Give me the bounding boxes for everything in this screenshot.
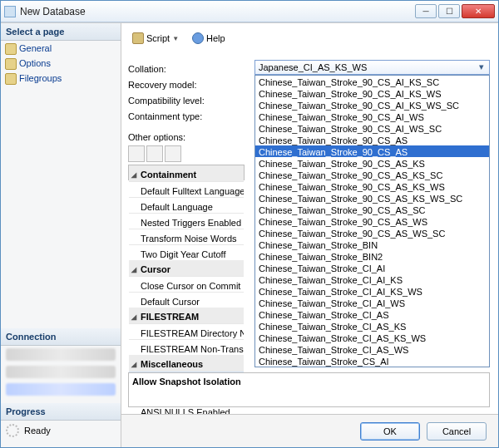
dropdown-item[interactable]: Chinese_Taiwan_Stroke_90_CS_AI_WS xyxy=(255,111,489,122)
sidebar-item-options[interactable]: Options xyxy=(1,56,121,71)
dropdown-item[interactable]: Chinese_Taiwan_Stroke_CS_AI xyxy=(255,355,489,367)
dropdown-item[interactable]: Chinese_Taiwan_Stroke_90_CS_AS_KS_WS_SC xyxy=(255,192,489,204)
collation-label: Collation: xyxy=(128,62,245,77)
grid-toolbar xyxy=(128,145,245,161)
ok-button[interactable]: OK xyxy=(360,422,420,441)
description-title: Allow Snapshot Isolation xyxy=(132,377,486,386)
maximize-button[interactable]: ☐ xyxy=(438,4,460,18)
dropdown-item[interactable]: Chinese_Taiwan_Stroke_90_CS_AS_KS_WS xyxy=(255,180,489,192)
categorize-button[interactable] xyxy=(128,145,145,162)
titlebar[interactable]: New Database ─ ☐ ✕ xyxy=(1,1,498,22)
window-icon xyxy=(4,6,16,17)
dropdown-item[interactable]: Chinese_Taiwan_Stroke_CI_AS_KS_WS xyxy=(255,332,489,343)
connection-header: Connection xyxy=(1,328,121,346)
dropdown-item[interactable]: Chinese_Taiwan_Stroke_CS_AI_KS xyxy=(255,367,489,367)
dropdown-item[interactable]: Chinese_Taiwan_Stroke_90_CS_AS_WS_SC xyxy=(255,227,489,239)
dropdown-item[interactable]: Chinese_Taiwan_Stroke_90_CS_AS xyxy=(255,145,489,157)
dropdown-item[interactable]: Chinese_Taiwan_Stroke_BIN xyxy=(255,239,489,250)
collation-value: Japanese_CI_AS_KS_WS xyxy=(259,62,367,72)
connection-user-blur xyxy=(6,366,116,378)
dropdown-item[interactable]: Chinese_Taiwan_Stroke_CI_AI_WS xyxy=(255,297,489,308)
grid-cat-cursor[interactable]: Cursor xyxy=(129,260,244,276)
dropdown-item[interactable]: Chinese_Taiwan_Stroke_CI_AI xyxy=(255,262,489,273)
grid-row[interactable]: Two Digit Year Cutoff xyxy=(129,244,244,260)
dropdown-item[interactable]: Chinese_Taiwan_Stroke_CI_AS_KS xyxy=(255,320,489,332)
cancel-button[interactable]: Cancel xyxy=(427,422,487,441)
dropdown-item[interactable]: Chinese_Taiwan_Stroke_CI_AI_KS xyxy=(255,273,489,285)
compat-label: Compatibility level: xyxy=(128,93,245,109)
grid-row[interactable]: Default Cursor xyxy=(129,292,244,308)
dropdown-item[interactable]: Chinese_Taiwan_Stroke_90_CS_AI_KS_SC xyxy=(255,76,489,87)
main-panel: Script ▼ Help Collation: Recovery model:… xyxy=(121,23,498,447)
dropdown-item[interactable]: Chinese_Taiwan_Stroke_90_CS_AS_KS xyxy=(255,157,489,169)
grid-row[interactable]: FILESTREAM Non-Transacted Acc xyxy=(129,339,244,355)
progress-spinner-icon xyxy=(6,424,19,437)
sidebar: Select a page General Options Filegroups… xyxy=(1,23,121,447)
collation-combobox[interactable]: Japanese_CI_AS_KS_WS xyxy=(254,60,490,75)
grid-view-button[interactable] xyxy=(165,145,181,162)
dialog-footer: OK Cancel xyxy=(121,414,498,447)
script-icon xyxy=(132,32,144,44)
dropdown-item[interactable]: Chinese_Taiwan_Stroke_90_CS_AI_KS_WS xyxy=(255,87,489,99)
grid-row[interactable]: Default Fulltext Language LCID xyxy=(129,181,244,197)
dropdown-item[interactable]: Chinese_Taiwan_Stroke_BIN2 xyxy=(255,250,489,262)
dropdown-item[interactable]: Chinese_Taiwan_Stroke_90_CS_AS_SC xyxy=(255,204,489,215)
sort-button[interactable] xyxy=(146,145,163,162)
grid-row[interactable]: Close Cursor on Commit Enabled xyxy=(129,276,244,292)
grid-cat-containment[interactable]: Containment xyxy=(129,165,244,181)
new-database-dialog: New Database ─ ☐ ✕ Select a page General… xyxy=(0,0,499,448)
connection-server-blur xyxy=(6,348,116,361)
script-button[interactable]: Script ▼ xyxy=(128,30,183,47)
close-button[interactable]: ✕ xyxy=(462,4,495,18)
collation-dropdown-list[interactable]: Chinese_Taiwan_Stroke_90_CS_AI_KS_SCChin… xyxy=(254,75,490,367)
dropdown-item[interactable]: Chinese_Taiwan_Stroke_CI_AS_WS xyxy=(255,343,489,355)
property-description: Allow Snapshot Isolation xyxy=(128,372,490,407)
grid-row[interactable]: FILESTREAM Directory Name xyxy=(129,323,244,339)
dropdown-item[interactable]: Chinese_Taiwan_Stroke_90_CS_AI_WS_SC xyxy=(255,122,489,134)
minimize-button[interactable]: ─ xyxy=(415,4,437,18)
dropdown-item[interactable]: Chinese_Taiwan_Stroke_90_CS_AI_KS_WS_SC xyxy=(255,99,489,111)
dropdown-item[interactable]: Chinese_Taiwan_Stroke_90_CS_AS_WS xyxy=(255,215,489,227)
grid-cat-filestream[interactable]: FILESTREAM xyxy=(129,308,244,323)
field-labels: Collation: Recovery model: Compatibility… xyxy=(128,62,245,180)
progress-status: Ready xyxy=(24,426,51,436)
dropdown-item[interactable]: Chinese_Taiwan_Stroke_90_CS_AS_KS_SC xyxy=(255,169,489,180)
grid-row[interactable]: Default Language xyxy=(129,197,244,213)
grid-cat-misc[interactable]: Miscellaneous xyxy=(129,355,244,371)
property-grid[interactable]: Containment Default Fulltext Language LC… xyxy=(128,165,245,180)
other-options-label: Other options: xyxy=(128,130,245,145)
connection-link-blur[interactable] xyxy=(6,383,116,396)
help-icon xyxy=(192,32,204,44)
window-title: New Database xyxy=(20,6,415,17)
sidebar-item-general[interactable]: General xyxy=(1,41,121,56)
dropdown-item[interactable]: Chinese_Taiwan_Stroke_90_CS_AS xyxy=(255,134,489,145)
dropdown-item[interactable]: Chinese_Taiwan_Stroke_CI_AS xyxy=(255,308,489,320)
recovery-label: Recovery model: xyxy=(128,77,245,93)
progress-header: Progress xyxy=(1,403,121,421)
dropdown-item[interactable]: Chinese_Taiwan_Stroke_CI_AI_KS_WS xyxy=(255,285,489,297)
help-button[interactable]: Help xyxy=(188,30,230,47)
grid-row[interactable]: Nested Triggers Enabled xyxy=(129,213,244,229)
grid-row[interactable]: Transform Noise Words xyxy=(129,229,244,244)
chevron-down-icon[interactable]: ▼ xyxy=(172,35,179,42)
toolbar: Script ▼ Help xyxy=(128,28,492,48)
containment-label: Containment type: xyxy=(128,109,245,125)
sidebar-item-filegroups[interactable]: Filegroups xyxy=(1,71,121,86)
select-page-header: Select a page xyxy=(1,23,121,41)
